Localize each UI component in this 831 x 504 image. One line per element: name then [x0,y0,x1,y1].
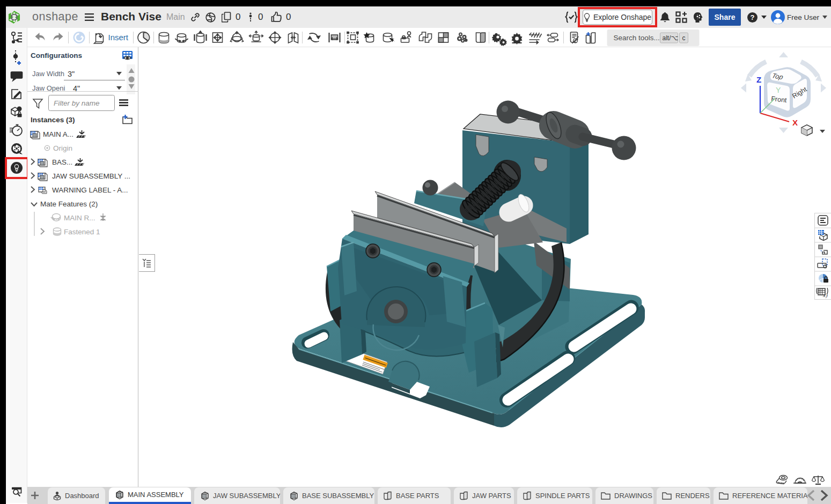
svg-text:Origin: Origin [53,144,72,152]
svg-text:WARNING LABEL - A...: WARNING LABEL - A... [52,186,128,194]
svg-text:JAW SUBASSEMBLY ...: JAW SUBASSEMBLY ... [52,172,130,180]
svg-text:Jaw Openi: Jaw Openi [32,84,65,92]
svg-text:3": 3" [68,70,75,78]
svg-text:Instances (3): Instances (3) [31,116,75,124]
svg-text:Y: Y [776,86,781,94]
svg-text:alt/⌥: alt/⌥ [663,34,679,42]
svg-text:Jaw Width: Jaw Width [32,70,64,78]
svg-text:Filter by name: Filter by name [54,99,100,107]
svg-text:MAIN R...: MAIN R... [64,214,95,222]
svg-text:Search tools...: Search tools... [614,34,660,42]
svg-text:?: ? [18,107,20,111]
svg-text:?: ? [751,13,755,21]
svg-text:BAS...: BAS... [52,158,72,166]
svg-text:Insert: Insert [108,33,129,42]
svg-text:X: X [792,118,798,127]
svg-text:Fastened 1: Fastened 1 [64,228,100,236]
svg-text:x): x) [822,292,828,299]
svg-text:Mate Features (2): Mate Features (2) [40,200,98,208]
svg-text:c: c [682,34,686,42]
svg-text:Configurations: Configurations [31,51,82,60]
svg-text:Z: Z [756,75,761,84]
svg-text:MAIN A...: MAIN A... [43,130,73,138]
